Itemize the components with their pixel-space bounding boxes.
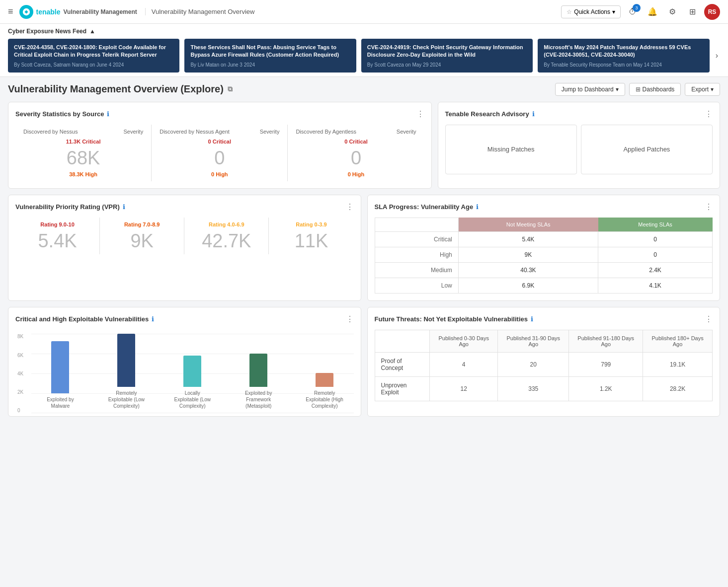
advisory-menu[interactable]: ⋮ [705,109,713,119]
news-card[interactable]: These Services Shall Not Pass: Abusing S… [184,39,356,73]
settings-icon-btn[interactable]: ⚙ [664,4,680,20]
news-card-title: CVE-2024-24919: Check Point Security Gat… [367,44,527,59]
y-axis: 8K6K4K2K0 [15,334,25,413]
sla-th-empty [375,218,458,232]
page-title: Vulnerability Management Overview (Explo… [8,83,233,95]
export-chevron: ▾ [711,86,714,93]
news-card-author: By Scott Caveza, Satnam Narang on June 4… [14,62,173,68]
severity-stats-menu[interactable]: ⋮ [416,109,424,119]
sla-row-meeting: 2.4K [598,263,713,278]
severity-stats-header: Severity Statistics by Source ℹ ⋮ [15,109,424,119]
bar-label: Remotely Exploitable (Low Complexity) [106,390,146,409]
vpr-rating-high: Rating 7.0-8.9 [108,221,176,227]
bar[interactable] [316,373,333,387]
vpr-header: Vulnerability Priority Rating (VPR) ℹ ⋮ [15,202,354,212]
vpr-num-critical: 5.4K [23,231,91,250]
sla-row-not-meeting: 6.9K [458,278,598,294]
vpr-info-icon[interactable]: ℹ [123,203,125,211]
jump-dashboard-chevron: ▾ [616,86,619,93]
vpr-col-critical: Rating 9.0-10 5.4K [15,218,100,254]
advisory-grid: Missing Patches Applied Patches [445,125,713,174]
export-button[interactable]: Export ▾ [685,83,720,96]
sla-row-label: Medium [375,263,458,278]
jump-dashboard-label: Jump to Dashboard [562,86,614,93]
chart-area: 8K6K4K2K0 Exploited by MalwareRemotely E… [15,330,354,409]
vpr-rating-low: Rating 0-3.9 [277,221,345,227]
dashboards-icon: ⊞ [636,86,641,93]
future-threats-card: Future Threats: Not Yet Exploitable Vuln… [367,307,721,417]
news-card[interactable]: CVE-2024-4358, CVE-2024-1800: Exploit Co… [8,39,179,73]
bar-chart-menu[interactable]: ⋮ [346,314,354,324]
vpr-menu[interactable]: ⋮ [346,202,354,212]
sla-menu[interactable]: ⋮ [705,202,713,212]
advisory-info-icon[interactable]: ℹ [532,110,535,118]
notifications-icon-btn[interactable]: ⏱ 3 [625,4,641,20]
bar-group: Remotely Exploitable (High Complexity) [296,334,354,409]
vpr-num-medium: 42.7K [192,231,260,250]
sla-info-icon[interactable]: ℹ [476,203,479,211]
severity-stats-title: Severity Statistics by Source [15,110,104,118]
bar-chart-info-icon[interactable]: ℹ [152,315,154,323]
agentless-num: 0 [296,148,416,167]
gear-icon: ⚙ [669,7,676,16]
vpr-grid: Rating 9.0-10 5.4K Rating 7.0-8.9 9K Rat… [15,218,354,254]
news-card[interactable]: CVE-2024-24919: Check Point Security Gat… [361,39,533,73]
future-threats-menu[interactable]: ⋮ [705,314,713,324]
ft-row-value: 335 [498,377,569,401]
vpr-num-low: 11K [277,231,345,250]
severity-grid: Discovered by Nessus Severity 11.3K Crit… [15,125,424,181]
bar-group: Locally Exploitable (Low Complexity) [163,334,222,409]
sla-row-label: High [375,247,458,263]
sla-th-meeting: Meeting SLAs [598,218,713,232]
ft-th-header: Published 0-30 Days Ago [430,330,498,353]
sla-row-meeting: 0 [598,247,713,263]
sla-table-row: High9K0 [375,247,713,263]
bar[interactable] [117,334,135,387]
nessus-severity-label: Severity [123,129,143,135]
agent-num: 0 [160,148,279,167]
news-card-author: By Scott Caveza on May 29 2024 [367,62,527,68]
news-feed-header[interactable]: Cyber Exposure News Feed ▲ [8,28,720,35]
bar-chart-card: Critical and High Exploitable Vulnerabil… [8,307,361,417]
nessus-high: 38.3K High [23,171,143,177]
ft-row-value: 20 [498,353,569,377]
news-card-title: CVE-2024-4358, CVE-2024-1800: Exploit Co… [14,44,173,59]
user-avatar[interactable]: RS [704,4,720,20]
agentless-critical: 0 Critical [296,139,416,145]
bar[interactable] [51,341,69,393]
bar-group: Exploited by Malware [31,334,89,409]
severity-stats-card: Severity Statistics by Source ℹ ⋮ Discov… [8,102,432,189]
missing-patches-card[interactable]: Missing Patches [445,125,577,174]
news-card-title: Microsoft's May 2024 Patch Tuesday Addre… [544,44,703,59]
star-icon: ☆ [566,8,572,15]
bar[interactable] [183,356,201,387]
severity-info-icon[interactable]: ℹ [107,110,109,118]
jump-dashboard-button[interactable]: Jump to Dashboard ▾ [555,83,625,96]
news-feed-arrow-right[interactable]: › [714,39,720,73]
sla-progress-title: SLA Progress: Vulnerability Age [375,203,474,211]
agent-high: 0 High [160,171,279,177]
future-threats-info-icon[interactable]: ℹ [531,315,533,323]
sla-table-row: Low6.9K4.1K [375,278,713,294]
export-label: Export [691,86,709,93]
news-feed-toggle-icon[interactable]: ▲ [89,28,95,35]
ft-table-row: Unproven Exploit123351.2K28.2K [375,377,713,401]
applied-patches-card[interactable]: Applied Patches [581,125,713,174]
ft-row-value: 799 [569,353,643,377]
ft-th-header: Published 31-90 Days Ago [498,330,569,353]
dashboards-button[interactable]: ⊞ Dashboards [629,83,681,96]
copy-icon[interactable]: ⧉ [228,85,233,93]
news-card[interactable]: Microsoft's May 2024 Patch Tuesday Addre… [538,39,709,73]
agentless-high: 0 High [296,171,416,177]
bar[interactable] [249,354,267,387]
vpr-col-high: Rating 7.0-8.9 9K [100,218,184,254]
ft-row-label: Unproven Exploit [375,377,430,401]
bell-icon-btn[interactable]: 🔔 [645,4,660,20]
ft-row-value: 12 [430,377,498,401]
grid-icon-btn[interactable]: ⊞ [684,4,700,20]
hamburger-menu[interactable]: ≡ [8,6,13,17]
quick-actions-button[interactable]: ☆ Quick Actions ▾ [561,5,621,18]
quick-actions-label: Quick Actions [574,8,610,15]
tenable-logo-icon [19,5,33,19]
news-card-title: These Services Shall Not Pass: Abusing S… [190,44,350,59]
